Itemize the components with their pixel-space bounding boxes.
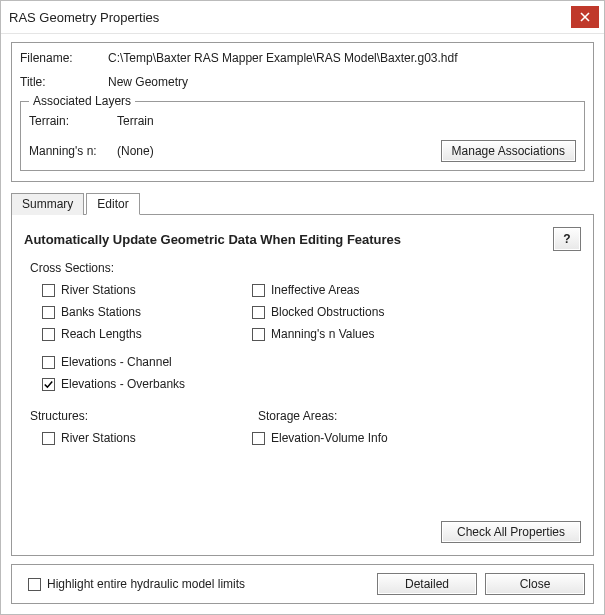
cs-mannings_n_values-label: Manning's n Values (271, 327, 374, 341)
cs-elevations_channel-label: Elevations - Channel (61, 355, 172, 369)
window: RAS Geometry Properties Filename: C:\Tem… (0, 0, 605, 615)
struct-struct_river_stations[interactable]: River Stations (42, 427, 252, 449)
window-title: RAS Geometry Properties (9, 10, 571, 25)
close-icon[interactable] (571, 6, 599, 28)
highlight-limits-label: Highlight entire hydraulic model limits (47, 577, 245, 591)
close-button[interactable]: Close (485, 573, 585, 595)
checkbox-icon[interactable] (252, 328, 265, 341)
cross-sections-grid: River StationsBanks StationsReach Length… (24, 279, 581, 345)
filename-value: C:\Temp\Baxter RAS Mapper Example\RAS Mo… (108, 51, 585, 65)
associated-layers-legend: Associated Layers (29, 94, 135, 108)
check-all-properties-button[interactable]: Check All Properties (441, 521, 581, 543)
cs-mannings_n_values[interactable]: Manning's n Values (252, 323, 581, 345)
tabstrip: Summary Editor (11, 192, 594, 214)
cs-elevations_overbanks[interactable]: Elevations - Overbanks (42, 373, 252, 395)
cs-blocked_obstructions[interactable]: Blocked Obstructions (252, 301, 581, 323)
highlight-limits-checkbox[interactable]: Highlight entire hydraulic model limits (20, 573, 257, 595)
associated-layers-group: Associated Layers Terrain: Terrain Manni… (20, 101, 585, 171)
titlebar: RAS Geometry Properties (1, 1, 604, 34)
checkbox-icon[interactable] (42, 432, 55, 445)
cs-ineffective_areas[interactable]: Ineffective Areas (252, 279, 581, 301)
cs-elevations_channel[interactable]: Elevations - Channel (42, 351, 252, 373)
lower-headers: Structures: Storage Areas: (24, 409, 581, 423)
info-panel: Filename: C:\Temp\Baxter RAS Mapper Exam… (11, 42, 594, 182)
editor-heading: Automatically Update Geometric Data When… (24, 232, 401, 247)
terrain-value: Terrain (117, 114, 576, 128)
storage-areas-label: Storage Areas: (258, 409, 337, 423)
title-label: Title: (20, 75, 108, 89)
client-area: Filename: C:\Temp\Baxter RAS Mapper Exam… (1, 34, 604, 614)
structures-label: Structures: (24, 409, 258, 423)
storage-elevation_volume_info[interactable]: Elevation-Volume Info (252, 427, 581, 449)
tab-content-editor: Automatically Update Geometric Data When… (11, 214, 594, 556)
cs-reach_lengths[interactable]: Reach Lengths (42, 323, 252, 345)
mannings-value: (None) (117, 144, 441, 158)
checkbox-icon[interactable] (42, 306, 55, 319)
checkbox-icon[interactable] (252, 284, 265, 297)
tab-summary[interactable]: Summary (11, 193, 84, 215)
cs-ineffective_areas-label: Ineffective Areas (271, 283, 360, 297)
storage-elevation_volume_info-label: Elevation-Volume Info (271, 431, 388, 445)
struct-struct_river_stations-label: River Stations (61, 431, 136, 445)
cs-banks_stations-label: Banks Stations (61, 305, 141, 319)
cross-sections-extra: Elevations - ChannelElevations - Overban… (24, 351, 581, 395)
terrain-label: Terrain: (29, 114, 117, 128)
cs-river_stations[interactable]: River Stations (42, 279, 252, 301)
manage-associations-button[interactable]: Manage Associations (441, 140, 576, 162)
title-value: New Geometry (108, 75, 585, 89)
checkbox-icon[interactable] (252, 432, 265, 445)
cs-elevations_overbanks-label: Elevations - Overbanks (61, 377, 185, 391)
checkbox-icon[interactable] (28, 578, 41, 591)
cs-river_stations-label: River Stations (61, 283, 136, 297)
detailed-button[interactable]: Detailed (377, 573, 477, 595)
cs-reach_lengths-label: Reach Lengths (61, 327, 142, 341)
footer-bar: Highlight entire hydraulic model limits … (11, 564, 594, 604)
tab-editor[interactable]: Editor (86, 193, 139, 215)
checkbox-icon[interactable] (42, 356, 55, 369)
help-button[interactable]: ? (553, 227, 581, 251)
filename-label: Filename: (20, 51, 108, 65)
checkbox-icon[interactable] (42, 284, 55, 297)
checkbox-icon[interactable] (42, 378, 55, 391)
lower-grid: River Stations Elevation-Volume Info (24, 427, 581, 449)
checkbox-icon[interactable] (42, 328, 55, 341)
mannings-label: Manning's n: (29, 144, 117, 158)
cross-sections-label: Cross Sections: (24, 261, 581, 275)
cs-banks_stations[interactable]: Banks Stations (42, 301, 252, 323)
checkbox-icon[interactable] (252, 306, 265, 319)
cs-blocked_obstructions-label: Blocked Obstructions (271, 305, 384, 319)
